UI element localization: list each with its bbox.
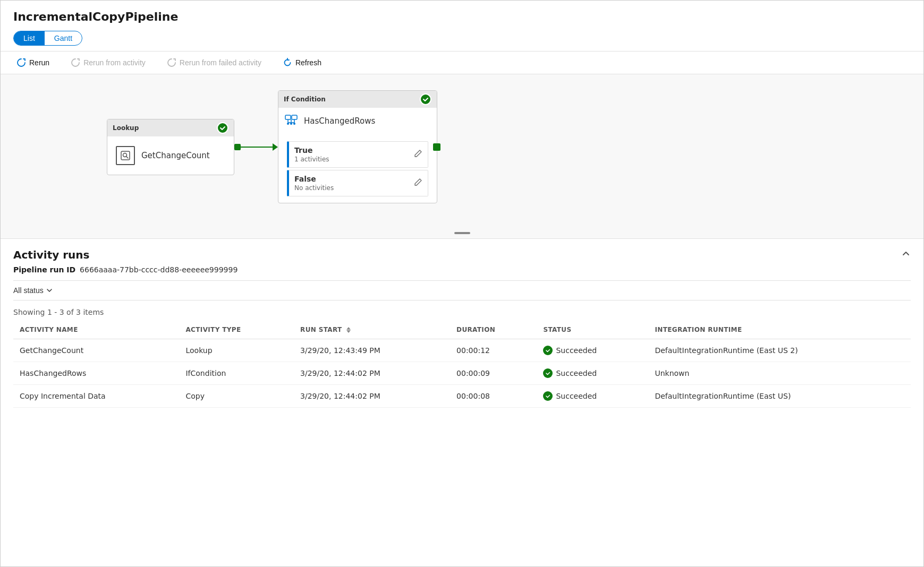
collapse-button[interactable] [901, 249, 911, 261]
svg-line-2 [126, 156, 129, 158]
run-id-label: Pipeline run ID [13, 265, 75, 274]
refresh-button[interactable]: Refresh [279, 56, 325, 70]
pipeline-inner: Lookup GetChangeCount [107, 90, 437, 203]
lookup-node[interactable]: Lookup GetChangeCount [107, 119, 234, 175]
cell-integration-runtime: Unknown [648, 362, 911, 385]
cell-duration: 00:00:09 [450, 362, 537, 385]
filter-row: All status [13, 280, 911, 300]
cell-activity-type: Lookup [179, 339, 294, 362]
status-success-icon [543, 368, 553, 378]
rerun-from-failed-button[interactable]: Rerun from failed activity [164, 56, 265, 70]
connector-start-dot [234, 144, 241, 150]
cell-status: Succeeded [537, 385, 648, 408]
lookup-node-body: GetChangeCount [107, 136, 234, 175]
status-cell: Succeeded [543, 346, 642, 355]
svg-rect-4 [285, 115, 291, 119]
canvas-scroll-indicator [454, 232, 470, 234]
if-condition-node-header: If Condition [278, 91, 437, 108]
connector-end-arrow [273, 143, 278, 151]
pipeline-canvas: Lookup GetChangeCount [1, 74, 923, 239]
col-status: STATUS [537, 321, 648, 339]
view-toggle-group: List Gantt [13, 31, 82, 46]
rerun-icon [16, 58, 26, 67]
lookup-node-label: GetChangeCount [141, 151, 210, 160]
if-condition-branches: True 1 activities False No activities [278, 135, 437, 203]
true-branch[interactable]: True 1 activities [287, 141, 428, 168]
false-branch[interactable]: False No activities [287, 170, 428, 196]
false-branch-sub: No activities [294, 184, 334, 192]
cell-duration: 00:00:12 [450, 339, 537, 362]
all-status-filter[interactable]: All status [13, 286, 53, 295]
connector-arrow [234, 143, 278, 151]
true-branch-label: True [294, 146, 329, 154]
svg-rect-5 [292, 115, 297, 119]
cell-activity-type: Copy [179, 385, 294, 408]
connector-line [241, 147, 273, 148]
cell-run-start: 3/29/20, 12:44:02 PM [294, 385, 450, 408]
lookup-node-header: Lookup [107, 119, 234, 136]
cell-duration: 00:00:08 [450, 385, 537, 408]
table-header: ACTIVITY NAME ACTIVITY TYPE RUN START DU… [13, 321, 911, 339]
activity-runs-section: Activity runs Pipeline run ID 6666aaaa-7… [1, 239, 923, 408]
svg-point-11 [290, 123, 292, 125]
if-condition-type-label: If Condition [284, 96, 326, 103]
page-title: IncrementalCopyPipeline [1, 1, 923, 29]
true-branch-edit-icon[interactable] [414, 149, 422, 160]
cell-integration-runtime: DefaultIntegrationRuntime (East US 2) [648, 339, 911, 362]
cell-activity-name: HasChangedRows [13, 362, 179, 385]
true-branch-sub: 1 activities [294, 156, 329, 163]
if-condition-node[interactable]: If Condition [278, 90, 437, 203]
cell-run-start: 3/29/20, 12:44:02 PM [294, 362, 450, 385]
count-row: Showing 1 - 3 of 3 items [13, 304, 911, 321]
run-id-value: 6666aaaa-77bb-cccc-dd88-eeeeee999999 [80, 265, 238, 274]
table-row[interactable]: Copy Incremental DataCopy3/29/20, 12:44:… [13, 385, 911, 408]
cell-run-start: 3/29/20, 12:43:49 PM [294, 339, 450, 362]
status-label: Succeeded [556, 369, 597, 377]
true-branch-info: True 1 activities [294, 146, 329, 163]
rerun-from-failed-icon [167, 58, 176, 67]
false-branch-edit-icon[interactable] [414, 178, 422, 188]
cell-integration-runtime: DefaultIntegrationRuntime (East US) [648, 385, 911, 408]
rerun-from-activity-icon [71, 58, 80, 67]
activity-runs-header: Activity runs [13, 239, 911, 265]
lookup-icon [116, 146, 135, 165]
cell-status: Succeeded [537, 362, 648, 385]
false-branch-info: False No activities [294, 175, 334, 192]
if-condition-success-badge [420, 93, 431, 105]
table-row[interactable]: HasChangedRowsIfCondition3/29/20, 12:44:… [13, 362, 911, 385]
table-header-row: ACTIVITY NAME ACTIVITY TYPE RUN START DU… [13, 321, 911, 339]
rerun-from-activity-label: Rerun from activity [83, 58, 146, 67]
rerun-button[interactable]: Rerun [13, 56, 53, 70]
false-branch-label: False [294, 175, 334, 183]
status-success-icon [543, 346, 553, 355]
if-condition-inner-header: HasChangedRows [278, 108, 437, 135]
col-duration: DURATION [450, 321, 537, 339]
toolbar: Rerun Rerun from activity Rerun from fai… [1, 51, 923, 74]
svg-rect-0 [121, 151, 130, 160]
run-start-sort-icon[interactable] [346, 327, 351, 333]
status-label: Succeeded [556, 346, 597, 355]
col-integration-runtime: INTEGRATION RUNTIME [648, 321, 911, 339]
status-success-icon [543, 391, 553, 401]
svg-point-10 [287, 123, 289, 125]
gantt-view-btn[interactable]: Gantt [45, 31, 82, 45]
col-activity-type: ACTIVITY TYPE [179, 321, 294, 339]
cell-activity-type: IfCondition [179, 362, 294, 385]
status-cell: Succeeded [543, 391, 642, 401]
lookup-type-label: Lookup [113, 124, 139, 132]
rerun-from-activity-button[interactable]: Rerun from activity [67, 56, 149, 70]
table-row[interactable]: GetChangeCountLookup3/29/20, 12:43:49 PM… [13, 339, 911, 362]
refresh-icon [283, 58, 292, 67]
view-toggle: List Gantt [1, 29, 923, 51]
pipeline-run-id-row: Pipeline run ID 6666aaaa-77bb-cccc-dd88-… [13, 265, 911, 274]
table-body: GetChangeCountLookup3/29/20, 12:43:49 PM… [13, 339, 911, 408]
chevron-down-icon [46, 287, 53, 294]
if-condition-icon [284, 112, 299, 130]
lookup-success-badge [217, 122, 228, 134]
activity-runs-title: Activity runs [13, 248, 89, 261]
cell-status: Succeeded [537, 339, 648, 362]
status-cell: Succeeded [543, 368, 642, 378]
list-view-btn[interactable]: List [14, 31, 45, 45]
cell-activity-name: Copy Incremental Data [13, 385, 179, 408]
count-text: Showing 1 - 3 of 3 items [13, 308, 104, 316]
